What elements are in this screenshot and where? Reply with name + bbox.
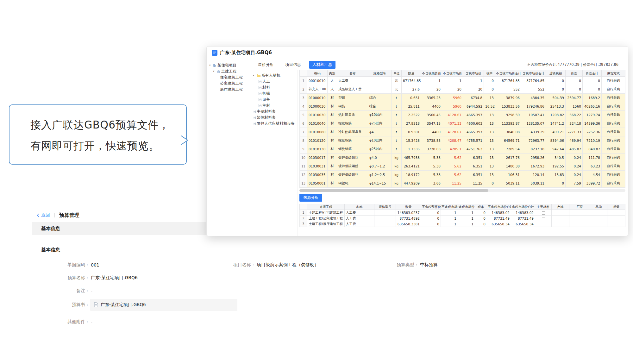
field-value: 广东-某住宅项目.GBQ6 xyxy=(91,275,138,281)
table-row[interactable]: 1土建工程/住宅建筑工程人工费148383.02370110148383.021… xyxy=(300,210,625,216)
table-row[interactable]: 1301050001材钢丝绳φ14.1~15kg447.92093.6611.2… xyxy=(300,179,625,188)
tree-item-label: 主材 xyxy=(262,103,270,108)
horizontal-scrollbar[interactable] xyxy=(299,189,625,192)
field-label: 项目名称： xyxy=(219,262,255,268)
field-remark: 备注： - xyxy=(53,288,92,294)
tree-item[interactable]: 人工 xyxy=(253,78,297,85)
table-row[interactable]: 701010080材冷轧热轧圆盘条φ4t0.930144004128.67466… xyxy=(300,128,625,136)
callout-line-1: 接入广联达GBQ6预算文件， xyxy=(30,115,180,135)
tab-1[interactable]: 项目信息 xyxy=(282,61,304,69)
table-row[interactable]: 901010130材螺纹钢筋φ25以内t1.73353720.034205.14… xyxy=(300,145,625,154)
divider xyxy=(54,213,55,217)
table-row[interactable]: 100010010人人工费元871764.8511110871764.85871… xyxy=(300,77,625,85)
section-title: 基本信息 xyxy=(41,226,60,232)
caret-down-icon: ▾ xyxy=(209,64,212,67)
tree-item[interactable]: 公寓建筑工程 xyxy=(209,80,249,86)
tree-item[interactable]: 发包人供应材料和设备 xyxy=(253,121,297,127)
field-label: 备注： xyxy=(53,288,90,294)
tree-item[interactable]: ▾所有人材机 xyxy=(253,72,297,78)
doc-icon xyxy=(259,98,261,101)
tree-item-label: 公寓建筑工程 xyxy=(220,81,243,86)
table-row[interactable]: 501010030材热轧圆盘条φ10以内t2.25223560.454128.6… xyxy=(300,111,625,119)
scrollbar-thumb[interactable] xyxy=(299,189,488,192)
field-value: - xyxy=(91,319,92,324)
table-row[interactable]: 301000010材型钢综合t0.6513365.2359606734.8133… xyxy=(300,94,625,102)
field-value: 001 xyxy=(91,262,99,267)
tree-item[interactable]: 材料 xyxy=(253,85,297,91)
callout-line-2: 有网即可打开，快速预览。 xyxy=(30,135,180,156)
project-tree: ▾某住宅项目▾土建工程住宅建筑工程公寓建筑工程展厅建筑工程 xyxy=(207,59,251,236)
field-value: 项目级演示案例工程（勿修改） xyxy=(257,262,319,268)
tree-item[interactable]: ▾某住宅项目 xyxy=(209,62,249,68)
tree-item-label: 住宅建筑工程 xyxy=(220,75,243,80)
gbq6-preview-window: 广东-某住宅项目.GBQ6 ▾某住宅项目▾土建工程住宅建筑工程公寓建筑工程展厅建… xyxy=(206,46,628,236)
screen: 返回 预算管理 基本信息 基本信息 单据编码： 001 项目名称： 项目级演示案… xyxy=(0,0,633,364)
field-label: 预算名称： xyxy=(53,275,90,281)
source-analysis-button[interactable]: 来源分析 xyxy=(299,194,322,202)
back-label: 返回 xyxy=(41,212,50,218)
table-row[interactable]: 1201030035材镀锌低碳钢丝φ1.2~2.5kg18.91725.385.… xyxy=(300,171,625,179)
window-body: ▾某住宅项目▾土建工程住宅建筑工程公寓建筑工程展厅建筑工程 造价分析项目信息人材… xyxy=(207,59,628,236)
caret-down-icon: ▾ xyxy=(253,74,256,77)
tabs: 造价分析项目信息人材机汇总 xyxy=(255,61,335,69)
table-row[interactable]: 401000030材钢筋综合t25.811440059606944.59216.… xyxy=(300,102,625,111)
tab-2[interactable]: 人材机汇总 xyxy=(309,61,335,69)
table-row[interactable]: 2土建工程/公寓建筑工程人工费87731.4892011087731.49877… xyxy=(300,216,625,221)
subsection-title: 基本信息 xyxy=(41,247,60,253)
main-material-checkbox[interactable] xyxy=(542,223,545,226)
tree-item-label: 人工 xyxy=(262,79,270,84)
page-title: 预算管理 xyxy=(59,212,79,219)
tree-item-label: 设备 xyxy=(262,97,270,102)
file-name: 广东-某住宅项目.GBQ6 xyxy=(101,302,146,308)
rcj-tree: ▾所有人材机人工材料机械设备主材主要材料表暂估材料表发包人供应材料和设备 xyxy=(251,70,298,236)
field-value: - xyxy=(91,288,92,293)
window-title: 广东-某住宅项目.GBQ6 xyxy=(220,50,272,56)
field-value: 中标预算 xyxy=(420,262,438,268)
table-row[interactable]: 3土建工程/展厅建筑工程人工费635650.33810110635650.346… xyxy=(300,221,625,227)
tree-item[interactable]: ▾土建工程 xyxy=(209,68,249,74)
tree-item[interactable]: 主要材料表 xyxy=(253,109,297,115)
tree-item[interactable]: 主材 xyxy=(253,103,297,109)
table-row[interactable]: 2补充人工001人成品级道人工费元27.62020200552552000自行采… xyxy=(300,85,625,94)
tree-item[interactable]: 设备 xyxy=(253,97,297,103)
building-icon xyxy=(213,64,216,67)
doc-icon xyxy=(259,92,261,95)
field-budget-file-label: 预算书： xyxy=(53,302,90,308)
chevron-left-icon xyxy=(37,213,40,217)
field-budget-name: 预算名称： 广东-某住宅项目.GBQ6 xyxy=(53,275,138,281)
field-label: 预算类型： xyxy=(382,262,419,268)
tree-item-label: 暂估材料表 xyxy=(257,115,276,120)
table-row[interactable]: 801010120材螺纹钢筋φ10以内t15.34283738.534208.4… xyxy=(300,136,625,145)
main-material-checkbox[interactable] xyxy=(542,217,545,220)
tree-item[interactable]: 展厅建筑工程 xyxy=(209,86,249,92)
home-icon xyxy=(217,70,220,73)
tree-item-label: 主要材料表 xyxy=(257,109,276,114)
doc-icon xyxy=(259,86,261,89)
source-analysis-table: 来源工程名称规格型号数量不含税预算价不含税市场价含税市场价税率不含税市场价合计含… xyxy=(299,204,625,227)
tree-item[interactable]: 暂估材料表 xyxy=(253,115,297,121)
grid-area: 编码类别名称规格型号单位数量不含税预算价不含税市场价含税市场价税率不含税市场价合… xyxy=(298,70,628,236)
table-row[interactable]: 1001030017材镀锌低碳钢丝φ4.0kg465.79385.385.626… xyxy=(300,154,625,162)
tree-item[interactable]: 住宅建筑工程 xyxy=(209,74,249,80)
table-row[interactable]: 601010040材螺纹钢筋φ25以内t27.85183547.154071.3… xyxy=(300,119,625,128)
summary-totals: 不含税市场价合计:4777770.39 | 价差合计:397837.86 xyxy=(527,62,618,67)
tab-0[interactable]: 造价分析 xyxy=(255,61,277,69)
document-icon xyxy=(94,302,98,307)
field-label: 单据编码： xyxy=(53,262,90,268)
folder-icon xyxy=(257,74,260,77)
tree-item-label: 展厅建筑工程 xyxy=(220,87,243,92)
field-label: 其他附件： xyxy=(53,319,90,325)
tree-item-label: 机械 xyxy=(262,91,270,96)
window-titlebar: 广东-某住宅项目.GBQ6 xyxy=(207,47,628,59)
tabs-row: 造价分析项目信息人材机汇总 不含税市场价合计:4777770.39 | 价差合计… xyxy=(251,59,628,70)
budget-file-item[interactable]: 广东-某住宅项目.GBQ6 xyxy=(90,299,237,311)
main-material-checkbox[interactable] xyxy=(542,211,545,215)
tree-item-label: 材料 xyxy=(262,85,270,90)
callout-bubble: 接入广联达GBQ6预算文件， 有网即可打开，快速预览。 xyxy=(9,104,187,165)
field-project-name: 项目名称： 项目级演示案例工程（勿修改） xyxy=(219,262,319,268)
tree-item[interactable]: 机械 xyxy=(253,91,297,97)
table-row[interactable]: 1101030031材镀锌低碳钢丝φ0.7~1.2kg263.41215.385… xyxy=(300,162,625,171)
field-doc-no: 单据编码： 001 xyxy=(53,262,99,268)
tree-item-label: 某住宅项目 xyxy=(217,63,236,68)
back-button[interactable]: 返回 xyxy=(37,212,50,218)
